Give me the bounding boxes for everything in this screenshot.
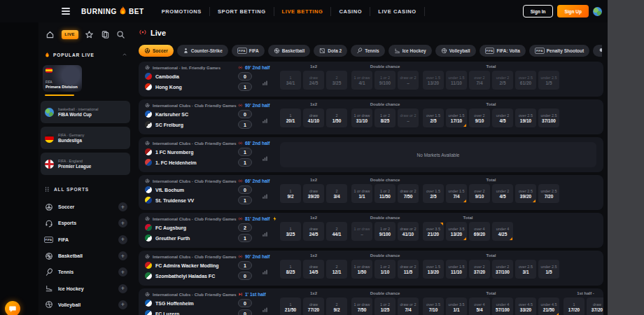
stats-icon[interactable] xyxy=(262,303,268,315)
odds-cell[interactable]: draw39/20 xyxy=(303,184,324,203)
odds-cell[interactable]: 1 or draw1/1 xyxy=(351,184,372,203)
odds-cell[interactable]: under 457/100 xyxy=(492,298,513,315)
expand-plus-button[interactable]: + xyxy=(118,251,127,260)
nav-item-casino[interactable]: CASINO xyxy=(331,0,370,22)
odds-cell[interactable]: draw or 241/10 xyxy=(398,222,419,241)
match-row[interactable]: International Clubs · Club Friendly Game… xyxy=(139,137,603,172)
odds-cell[interactable]: under 4.521/50 xyxy=(538,298,559,315)
sidebar-league-item[interactable]: basketball · internationalFIBA World Cup xyxy=(41,101,130,123)
odds-cell[interactable]: draw24/5 xyxy=(303,222,324,241)
odds-cell[interactable]: under 1.511/10 xyxy=(446,71,467,90)
tab-penalty-shootout[interactable]: FIFAPenalty Shootout xyxy=(529,45,589,57)
odds-cell[interactable]: 212/1 xyxy=(326,260,347,279)
odds-cell[interactable]: 1 or 21/25 xyxy=(374,298,396,315)
sidebar-item-tennis[interactable]: Tennis+ xyxy=(41,264,130,280)
odds-cell[interactable]: over 1.513/20 xyxy=(423,71,444,90)
odds-cell[interactable]: draw14/5 xyxy=(303,260,324,279)
sidebar-item-basketball[interactable]: Basketball+ xyxy=(41,248,130,264)
odds-cell[interactable]: under 2.51/5 xyxy=(538,71,559,90)
nav-item-promotions[interactable]: PROMOTIONS xyxy=(154,0,209,22)
nav-item-sport-betting[interactable]: SPORT BETTING xyxy=(210,0,274,22)
tab-volleyball[interactable]: Volleyball xyxy=(435,45,476,57)
expand-plus-button[interactable]: + xyxy=(118,202,127,211)
language-globe-icon[interactable] xyxy=(593,7,602,16)
odds-cell[interactable]: 1 or 211/50 xyxy=(374,184,396,203)
tab-table-tennis[interactable]: Table Tennis xyxy=(593,45,602,57)
match-row[interactable]: International · Int. Friendly Games69' 2… xyxy=(139,62,603,97)
expand-plus-button[interactable]: + xyxy=(118,267,127,276)
odds-cell[interactable]: over 3.57/10 xyxy=(423,298,444,315)
odds-cell[interactable]: under 1.517/10 xyxy=(446,108,467,127)
stats-icon[interactable] xyxy=(262,76,268,89)
odds-cell[interactable]: 1 or draw1/50 xyxy=(351,260,372,279)
home-icon[interactable] xyxy=(46,30,55,39)
nav-item-live-betting[interactable]: LIVE BETTING xyxy=(274,0,331,22)
odds-cell[interactable]: draw or 2– xyxy=(398,108,419,127)
odds-cell[interactable]: 1 or draw4/1 xyxy=(351,71,372,90)
odds-cell[interactable]: under 3.51/1 xyxy=(446,298,467,315)
tab-counter-strike[interactable]: Counter-Strike xyxy=(177,45,228,57)
odds-cell[interactable]: under 2.57/20 xyxy=(538,184,559,203)
odds-cell[interactable]: over 2.519/10 xyxy=(515,108,536,127)
betslip-icon[interactable] xyxy=(101,30,110,39)
odds-cell[interactable]: draw24/5 xyxy=(303,71,324,90)
odds-cell[interactable]: over 237/20 xyxy=(469,260,490,279)
odds-cell[interactable]: 117/20 xyxy=(564,298,584,315)
odds-cell[interactable]: 19/2 xyxy=(280,184,301,203)
odds-cell[interactable]: draw77/20 xyxy=(303,298,324,315)
stats-icon[interactable] xyxy=(262,152,268,164)
odds-cell[interactable]: over 1.52/5 xyxy=(423,184,444,203)
sign-up-button[interactable]: Sign Up xyxy=(557,5,589,18)
odds-cell[interactable]: 23/4 xyxy=(326,184,347,203)
sign-in-button[interactable]: Sign In xyxy=(523,5,554,18)
odds-cell[interactable]: under 237/100 xyxy=(492,260,513,279)
tab-tennis[interactable]: Tennis xyxy=(351,45,384,57)
match-row[interactable]: International Clubs · Club Friendly Game… xyxy=(139,213,603,248)
odds-cell[interactable]: under 1.57/4 xyxy=(446,184,467,203)
stats-icon[interactable] xyxy=(262,265,268,278)
odds-cell[interactable]: 18/25 xyxy=(280,260,301,279)
odds-cell[interactable]: under 22/5 xyxy=(492,71,513,90)
expand-plus-button[interactable]: + xyxy=(118,218,127,227)
odds-cell[interactable]: 21/50 xyxy=(326,108,347,127)
search-icon[interactable] xyxy=(116,30,125,39)
tab-fifa-volta[interactable]: FIFAFIFA: Volta xyxy=(479,45,526,57)
odds-cell[interactable]: 13/25 xyxy=(280,222,301,241)
tab-ice-hockey[interactable]: Ice Hockey xyxy=(388,45,432,57)
odds-cell[interactable]: 134/1 xyxy=(280,71,301,90)
logo[interactable]: BURNING BET xyxy=(81,6,144,18)
odds-cell[interactable]: 1 or draw– xyxy=(351,222,372,241)
sidebar-item-volleyball[interactable]: Volleyball+ xyxy=(41,297,130,313)
match-row[interactable]: International Clubs · Club Friendly Game… xyxy=(139,175,603,210)
odds-cell[interactable]: under 24/5 xyxy=(492,184,513,203)
odds-cell[interactable]: over 45/4 xyxy=(469,298,490,315)
odds-cell[interactable]: over 27/4 xyxy=(469,71,490,90)
odds-cell[interactable]: over 29/10 xyxy=(469,184,490,203)
odds-cell[interactable]: draw37/20 xyxy=(587,298,603,315)
odds-cell[interactable]: over 2.53/1 xyxy=(515,260,536,279)
stats-icon[interactable] xyxy=(262,114,268,127)
favorites-star-icon[interactable] xyxy=(85,30,94,39)
odds-cell[interactable]: over 3.521/20 xyxy=(423,222,444,241)
odds-cell[interactable]: 29/2 xyxy=(326,298,347,315)
odds-cell[interactable]: under 1.511/10 xyxy=(446,260,467,279)
sidebar-item-ice-hockey[interactable]: Ice Hockey+ xyxy=(41,280,130,296)
odds-cell[interactable]: draw41/10 xyxy=(303,108,324,127)
odds-cell[interactable]: 1 or 28/25 xyxy=(374,108,396,127)
stats-icon[interactable] xyxy=(262,227,268,240)
odds-cell[interactable]: 1 or 29/100 xyxy=(374,71,396,90)
odds-cell[interactable]: draw or 211/5 xyxy=(398,260,419,279)
match-row[interactable]: International Clubs · Club Friendly Game… xyxy=(139,99,603,134)
odds-cell[interactable]: 244/1 xyxy=(326,222,347,241)
odds-cell[interactable]: over 1.52/5 xyxy=(423,108,444,127)
match-row[interactable]: International Clubs · Club Friendly Game… xyxy=(139,251,603,286)
odds-cell[interactable]: draw or 2– xyxy=(398,71,419,90)
tab-basketball[interactable]: Basketball xyxy=(268,45,311,57)
odds-cell[interactable]: over 1.513/20 xyxy=(423,260,444,279)
sidebar-item-esports[interactable]: Esports+ xyxy=(41,215,130,231)
expand-plus-button[interactable]: + xyxy=(118,300,127,309)
odds-cell[interactable]: 23/25 xyxy=(326,71,347,90)
tab-fifa[interactable]: FIFAFIFA xyxy=(232,45,265,57)
odds-cell[interactable]: 1 or draw7/50 xyxy=(351,298,372,315)
odds-cell[interactable]: under 44/25 xyxy=(492,222,513,241)
